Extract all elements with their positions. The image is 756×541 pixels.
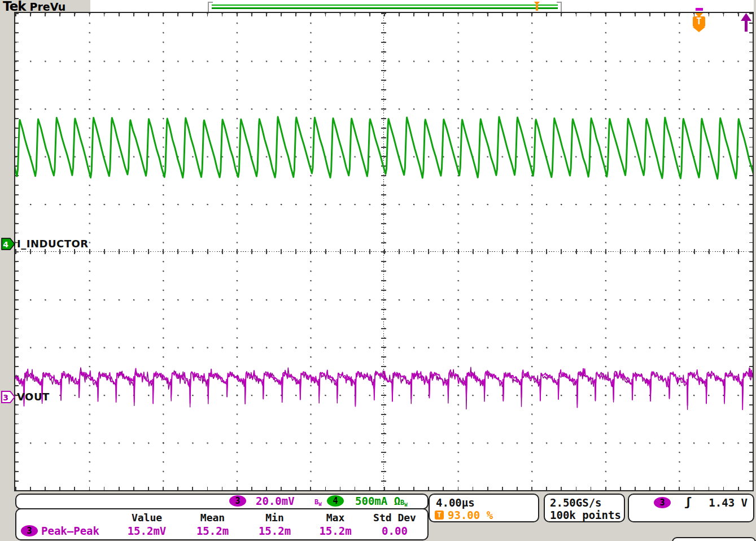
ch3-bandwidth-limit-icon: BW — [314, 496, 322, 508]
timebase-scale: 4.00µs — [436, 496, 475, 509]
measurement-header-row: Value Mean Min Max Std Dev — [16, 512, 425, 523]
svg-text:3: 3 — [3, 393, 8, 402]
trigger-flag-bottom-point — [693, 27, 705, 32]
trigger-marker-stem — [536, 5, 538, 11]
header-max: Max — [304, 512, 366, 523]
record-view-trace-upper — [212, 5, 558, 6]
ch4-impedance-symbol: Ω — [394, 495, 400, 507]
measurement-value: 15.2mV — [113, 525, 180, 537]
record-view-trigger-marker-icon[interactable] — [534, 2, 540, 11]
measurement-mean: 15.2m — [180, 525, 245, 537]
popup-box-partial — [672, 537, 756, 541]
acquisition-mode-label: PreVu — [30, 1, 66, 13]
ch3-marker-arrow-icon: 3 — [1, 391, 15, 403]
channel-scale-readout-box: 3 20.0mV BW 4 500mA ΩBW — [15, 494, 429, 509]
graticule — [14, 12, 754, 491]
header-value: Value — [113, 512, 180, 523]
header-min: Min — [245, 512, 304, 523]
measurement-min: 15.2m — [245, 525, 304, 537]
ch4-trace-label: I_INDUCTOR — [17, 238, 89, 250]
header-stddev: Std Dev — [366, 512, 423, 523]
ch4-number-badge: 4 — [327, 495, 344, 507]
measurement-source-badge: 3 — [21, 525, 38, 536]
trigger-slope-rising-icon: ʃ — [684, 495, 692, 509]
ch3-trace-label: VOUT — [17, 391, 50, 403]
measurement-name: Peak–Peak — [41, 525, 99, 537]
record-length: 100k points — [550, 509, 621, 521]
ch4-marker-arrow-icon: 4 — [1, 238, 15, 250]
record-view-trace-lower — [212, 7, 558, 9]
trigger-level-offscreen-arrow-icon — [740, 13, 752, 32]
ch4-inductor-current-trace — [15, 117, 753, 179]
acquisition-readout-box: 2.50GS/s 100k points — [544, 494, 625, 522]
record-view-bar — [208, 2, 562, 11]
trigger-source-badge: 3 — [654, 497, 671, 508]
ch3-number-badge: 3 — [229, 495, 246, 507]
trigger-readout-box: 3 ʃ 1.43 V — [628, 494, 754, 522]
ch3-bubble: 3 — [229, 495, 246, 507]
ch4-bubble: 4 — [327, 495, 344, 507]
trigger-position-flag-icon[interactable]: T — [693, 13, 705, 32]
ch3-reference-marker[interactable]: 3 — [1, 391, 15, 403]
oscilloscope-screen: Tek PreVu 4 I_INDUCTOR — [0, 0, 756, 541]
sample-rate: 2.50GS/s — [550, 496, 602, 509]
waveform-traces — [15, 13, 753, 490]
header-mean: Mean — [180, 512, 245, 523]
ch4-reference-marker[interactable]: 4 — [1, 238, 15, 250]
trigger-flag-body: T — [693, 16, 705, 27]
ch4-bandwidth-limit-icon: BW — [400, 499, 408, 507]
trigger-level-readout: 1.43 V — [709, 496, 748, 509]
trigger-position-dash — [696, 8, 703, 11]
measurement-stddev: 0.00 — [366, 525, 423, 537]
measurement-table: Value Mean Min Max Std Dev 3 Peak–Peak 1… — [15, 508, 429, 540]
brand: Tek PreVu — [3, 0, 65, 12]
measurement-row: 3 Peak–Peak 15.2mV 15.2m 15.2m 15.2m 0.0… — [16, 525, 425, 537]
trigger-position-percent: 93.00 % — [448, 509, 493, 521]
trigger-position-badge-icon: T — [435, 511, 444, 520]
timebase-readout-box: 4.00µs T 93.00 % — [429, 494, 539, 522]
ch4-scale-readout: 500mA ΩBW — [355, 495, 408, 507]
measurement-max: 15.2m — [304, 525, 366, 537]
ch3-scale-readout: 20.0mV — [256, 495, 295, 507]
svg-text:4: 4 — [3, 240, 8, 249]
